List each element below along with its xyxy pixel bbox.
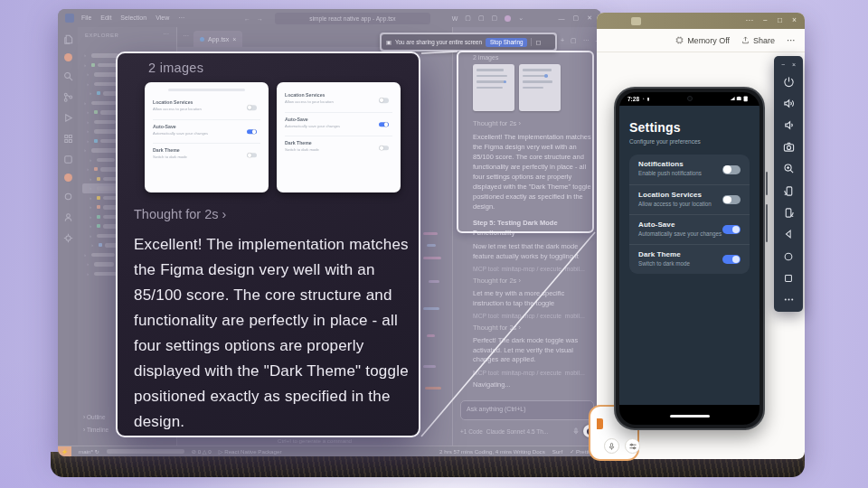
share-button[interactable]: Share [741,36,775,45]
notifications-toggle[interactable] [722,165,741,174]
sidebar-close-icon[interactable]: × [792,61,796,68]
overview-icon[interactable] [774,267,803,289]
emu-minimize-icon[interactable]: − [763,15,768,24]
history-icon[interactable]: ▢ [571,37,577,44]
avatar[interactable] [505,15,511,22]
timeline-section[interactable]: › Timeline [83,427,108,433]
time-tracking-status[interactable]: 2 hrs 57 mins Coding, 4 mins Writing Doc… [439,448,545,455]
callout-images-label: 2 images [148,61,203,75]
menu-edit[interactable]: Edit [100,14,111,22]
search-icon[interactable] [61,70,74,82]
callout-thought-label: Thought for 2s › [134,207,226,221]
settings-gear-icon[interactable] [61,231,74,244]
code-text-blur [423,365,436,368]
mic-button[interactable] [604,438,619,454]
mcp-tool-call[interactable]: MCP tool: minitap-mcp / execute_mobil... [473,266,596,272]
chat-mode-selector[interactable]: +1 Code [460,428,483,435]
remote-indicator[interactable]: ⚡ [58,446,71,457]
emu-maximize-icon[interactable]: □ [778,15,782,24]
darktheme-toggle[interactable] [722,255,741,264]
window-minimize-icon[interactable]: — [559,15,565,22]
packager-status[interactable]: ▷ React Native Packager [219,448,282,455]
layout-panel-bottom-icon[interactable]: ▢ [478,14,485,22]
menu-view[interactable]: View [156,14,169,22]
home-indicator[interactable] [670,415,710,418]
window-close-icon[interactable]: ✕ [587,14,592,22]
stop-sharing-button[interactable]: Stop Sharing [486,38,527,47]
cascade-dot2-icon[interactable] [64,174,72,182]
tabbar-more-icon[interactable]: ⋯ [183,33,189,40]
remote-icon[interactable] [61,153,74,165]
emu-more-icon[interactable]: ⋯ [745,15,753,24]
tune-sliders-icon [628,442,637,451]
location-toggle[interactable] [722,195,741,204]
chat-thought-toggle[interactable]: Thought for 2s › [473,277,594,285]
caret-icon: › [222,207,227,221]
code-text-blur [423,232,438,235]
menu-more-icon[interactable]: ⋯ [178,14,184,22]
nav-back-icon[interactable]: ← [244,15,250,22]
window-maximize-icon[interactable]: ▢ [573,14,580,22]
debug-icon[interactable] [61,111,74,124]
testing-icon[interactable] [61,190,74,202]
account-chevron-icon[interactable]: ⌄ [518,14,524,22]
back-icon[interactable] [774,223,803,245]
layout-panel-left-icon[interactable]: ▢ [465,14,471,22]
toolbar-more-icon[interactable]: ⋯ [787,35,796,45]
model-selector[interactable]: Claude Sonnet 4.5 Th... [486,428,569,435]
extensions-icon[interactable] [61,132,74,145]
zoom-in-icon[interactable] [774,158,803,180]
vscode-titlebar: File Edit Selection View ⋯ ← → simple re… [58,9,601,27]
more-icon[interactable] [774,289,803,311]
chat-thought-toggle[interactable]: Thought for 2s › [473,324,594,332]
audio-tune-button[interactable] [625,438,640,454]
explorer-icon[interactable] [61,33,74,45]
phone-screen[interactable]: 7:28 ◔ ▮ [619,92,760,425]
rotate-right-icon[interactable] [774,202,803,223]
rotate-left-icon[interactable] [774,180,803,202]
notification-chip [597,418,603,429]
menu-selection[interactable]: Selection [120,14,146,22]
phone-mockup: 7:28 ◔ ▮ [614,87,765,430]
tab-close-icon[interactable]: × [232,36,236,42]
memory-chip-icon [675,36,684,44]
source-control-icon[interactable] [61,90,74,103]
volume-up-icon[interactable] [774,92,803,114]
autosave-toggle[interactable] [722,225,741,234]
emu-close-icon[interactable]: × [792,15,797,24]
outline-section[interactable]: › Outline [83,414,106,420]
problems-indicator[interactable]: ⊘ 0 △ 0 [192,448,212,455]
setting-row-darktheme: Dark Theme Switch to dark mode [629,244,750,274]
menu-file[interactable]: File [81,14,91,22]
chat-message: Let me try with a more specific instruct… [473,289,592,308]
mini-toggle [379,145,389,151]
account-icon[interactable] [61,211,74,223]
memory-toggle[interactable]: Memory Off [675,36,730,45]
surf-status[interactable]: Surf [552,448,562,455]
screen-share-banner: ▣ You are sharing your entire screen Sto… [380,33,557,52]
emulator-app-icon [631,17,641,25]
nav-forward-icon[interactable]: → [257,15,263,22]
chat-input[interactable]: Ask anything (Ctrl+L) [460,400,594,420]
activity-bar [58,27,78,446]
command-center-search[interactable]: simple react native app - App.tsx [275,13,430,24]
mini-toggle [379,98,389,103]
git-branch[interactable]: main* ↻ [79,448,99,455]
windsurf-icon[interactable]: W [452,15,458,22]
home-icon[interactable] [774,246,803,267]
mini-toggle [247,153,257,158]
cascade-dot-icon[interactable] [64,53,72,61]
new-chat-icon[interactable]: + [561,37,564,44]
mcp-tool-call[interactable]: MCP tool: minitap-mcp / execute_mobil... [473,313,596,319]
screenshot-camera-icon[interactable] [774,136,803,158]
power-icon[interactable] [774,70,803,92]
mic-icon[interactable] [572,427,580,436]
panel-more-icon[interactable]: ⋯ [583,37,590,44]
mcp-tool-call[interactable]: MCP tool: minitap-mcp / execute_mobil... [473,370,596,376]
volume-down-icon[interactable] [774,114,803,136]
layout-panel-right-icon[interactable]: ▢ [492,14,498,22]
sidebar-minimize-icon[interactable]: − [781,61,785,68]
tab-app-tsx[interactable]: App.tsx × [193,31,242,47]
explorer-more-icon[interactable]: ⋯ [163,31,169,38]
banner-collapse-icon[interactable]: ▢ [535,39,541,45]
